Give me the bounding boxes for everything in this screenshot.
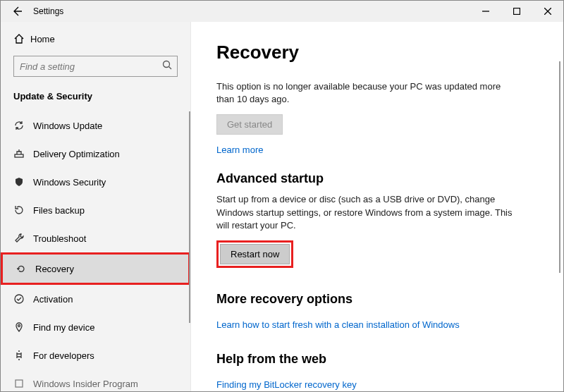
sidebar-item-label: Troubleshoot	[33, 233, 86, 244]
sidebar-item-label: Windows Insider Program	[33, 379, 138, 389]
learn-more-link[interactable]: Learn more	[216, 145, 263, 155]
sidebar-item-windows-update[interactable]: Windows Update	[1, 111, 190, 140]
help-heading: Help from the web	[216, 352, 538, 367]
sidebar-item-find-my-device[interactable]: Find my device	[1, 313, 190, 341]
svg-point-4	[18, 325, 20, 327]
advanced-startup-heading: Advanced startup	[216, 171, 538, 186]
search-icon	[162, 60, 172, 73]
sidebar-item-files-backup[interactable]: Files backup	[1, 196, 190, 224]
home-label: Home	[30, 34, 55, 44]
recovery-icon	[16, 263, 35, 274]
check-circle-icon	[13, 293, 33, 305]
go-back-description: This option is no longer available becau…	[216, 80, 513, 106]
sidebar-item-troubleshoot[interactable]: Troubleshoot	[1, 224, 190, 252]
sidebar-item-label: Find my device	[33, 322, 94, 333]
svg-point-1	[164, 61, 170, 68]
sidebar-item-label: Delivery Optimization	[33, 149, 120, 159]
sidebar-item-label: Activation	[33, 294, 73, 305]
content-scrollbar[interactable]	[559, 61, 560, 273]
search-input[interactable]	[13, 56, 178, 77]
bitlocker-help-link[interactable]: Finding my BitLocker recovery key	[216, 379, 357, 390]
svg-rect-2	[15, 154, 23, 157]
sidebar-item-windows-insider[interactable]: Windows Insider Program	[1, 369, 190, 391]
sidebar-scrollbar[interactable]	[189, 111, 190, 323]
nav-list: Windows Update Delivery Optimization Win…	[1, 111, 190, 391]
back-button[interactable]	[8, 2, 26, 20]
sync-icon	[13, 120, 33, 131]
sidebar: Home Update & Security Windows Update De…	[1, 22, 191, 391]
svg-point-3	[15, 295, 23, 303]
window-title: Settings	[33, 6, 63, 16]
sidebar-item-label: For developers	[33, 350, 94, 361]
sidebar-item-activation[interactable]: Activation	[1, 285, 190, 313]
close-icon	[544, 8, 551, 15]
home-link[interactable]: Home	[1, 26, 190, 51]
restart-now-button[interactable]: Restart now	[220, 244, 290, 264]
home-icon	[13, 33, 30, 44]
sidebar-item-windows-security[interactable]: Windows Security	[1, 168, 190, 196]
sidebar-item-delivery-optimization[interactable]: Delivery Optimization	[1, 140, 190, 168]
page-title: Recovery	[216, 42, 538, 63]
shield-icon	[13, 176, 33, 188]
clean-install-link[interactable]: Learn how to start fresh with a clean in…	[216, 319, 460, 330]
backup-icon	[13, 204, 33, 216]
maximize-icon	[513, 8, 520, 15]
window-controls	[470, 1, 563, 22]
sidebar-item-label: Windows Security	[33, 177, 106, 188]
wrench-icon	[13, 233, 33, 244]
get-started-button: Get started	[216, 114, 283, 135]
sidebar-item-recovery[interactable]: Recovery	[3, 255, 188, 283]
sidebar-item-for-developers[interactable]: For developers	[1, 341, 190, 369]
arrow-left-icon	[11, 6, 23, 17]
advanced-startup-description: Start up from a device or disc (such as …	[216, 193, 513, 232]
sidebar-item-label: Files backup	[33, 205, 85, 216]
maximize-button[interactable]	[501, 1, 532, 22]
content-pane: Recovery This option is no longer availa…	[191, 22, 563, 391]
insider-icon	[13, 378, 33, 389]
minimize-icon	[482, 8, 489, 15]
delivery-icon	[13, 148, 33, 159]
location-icon	[13, 321, 33, 333]
developer-icon	[13, 350, 33, 361]
close-button[interactable]	[532, 1, 563, 22]
more-recovery-heading: More recovery options	[216, 292, 538, 307]
sidebar-item-label: Recovery	[35, 264, 74, 274]
section-label: Update & Security	[1, 84, 190, 111]
svg-rect-0	[514, 8, 520, 15]
svg-rect-5	[16, 380, 23, 387]
sidebar-item-label: Windows Update	[33, 121, 102, 131]
minimize-button[interactable]	[470, 1, 501, 22]
